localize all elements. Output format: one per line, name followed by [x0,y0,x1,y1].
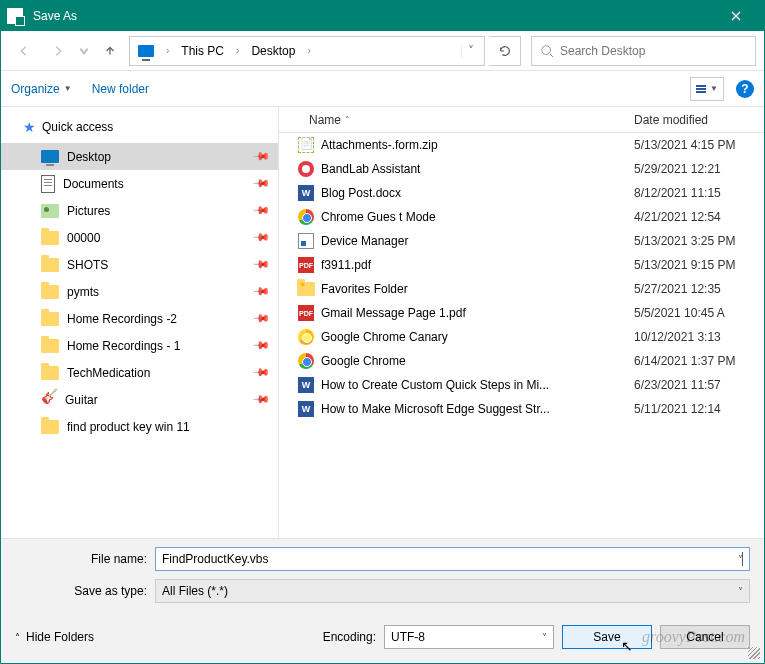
folder-icon [41,420,59,434]
organize-menu[interactable]: Organize ▼ [11,82,72,96]
chevron-right-icon: › [162,45,173,56]
filename-label: File name: [15,552,155,566]
fav-icon [297,280,315,298]
hide-folders-button[interactable]: ˄ Hide Folders [15,630,94,644]
file-row[interactable]: Google Chrome6/14/2021 1:37 PM [279,349,764,373]
tree-item[interactable]: find product key win 11 [1,413,278,440]
file-row[interactable]: Favorites Folder5/27/2021 12:35 [279,277,764,301]
file-row[interactable]: Device Manager5/13/2021 3:25 PM [279,229,764,253]
desktop-icon [41,150,59,163]
file-row[interactable]: Attachments-.form.zip5/13/2021 4:15 PM [279,133,764,157]
quick-access-header[interactable]: ★ Quick access [1,115,278,143]
canary-icon [297,328,315,346]
file-date: 5/5/2021 10:45 A [634,306,764,320]
column-name[interactable]: Name ˄ [279,113,634,127]
folder-icon [41,258,59,272]
new-folder-button[interactable]: New folder [92,82,149,96]
file-date: 6/23/2021 11:57 [634,378,764,392]
file-row[interactable]: Google Chrome Canary10/12/2021 3:13 [279,325,764,349]
toolbar: Organize ▼ New folder ▼ ? [1,71,764,107]
word-icon: W [297,184,315,202]
chevron-down-icon[interactable]: ˅ [542,632,547,643]
file-row[interactable]: PDFf3911.pdf5/13/2021 9:15 PM [279,253,764,277]
folder-icon [41,231,59,245]
chrome-icon [297,352,315,370]
organize-label: Organize [11,82,60,96]
file-name: Device Manager [321,234,628,248]
file-date: 6/14/2021 1:37 PM [634,354,764,368]
file-row[interactable]: BandLab Assistant5/29/2021 12:21 [279,157,764,181]
savetype-select[interactable]: All Files (*.*) ˅ [155,579,750,603]
chevron-right-icon: › [232,45,243,56]
tree-item[interactable]: Guitar📌 [1,386,278,413]
chrome-icon [297,208,315,226]
encoding-value: UTF-8 [391,630,425,644]
tree-item[interactable]: Home Recordings - 1📌 [1,332,278,359]
this-pc-icon [138,45,154,57]
tree-item[interactable]: TechMedication📌 [1,359,278,386]
file-row[interactable]: Chrome Gues t Mode4/21/2021 12:54 [279,205,764,229]
savetype-label: Save as type: [15,584,155,598]
navigation-tree[interactable]: ★ Quick access Desktop📌Documents📌Picture… [1,107,279,538]
column-date[interactable]: Date modified [634,113,764,127]
star-icon: ★ [23,119,36,135]
tree-item-label: Pictures [67,204,110,218]
pin-icon: 📌 [251,255,270,274]
encoding-select[interactable]: UTF-8 ˅ [384,625,554,649]
file-date: 5/13/2021 3:25 PM [634,234,764,248]
resize-grip[interactable] [748,647,760,659]
chevron-down-icon[interactable]: ˅ [738,586,743,597]
quick-access-label: Quick access [42,120,113,134]
savetype-value: All Files (*.*) [162,584,228,598]
tree-item[interactable]: SHOTS📌 [1,251,278,278]
file-date: 5/13/2021 9:15 PM [634,258,764,272]
file-row[interactable]: WBlog Post.docx8/12/2021 11:15 [279,181,764,205]
close-button[interactable] [714,1,758,31]
file-name: f3911.pdf [321,258,628,272]
file-list[interactable]: Attachments-.form.zip5/13/2021 4:15 PMBa… [279,133,764,538]
view-options-button[interactable]: ▼ [690,77,724,101]
filename-input[interactable]: ˅ [155,547,750,571]
file-row[interactable]: WHow to Create Custom Quick Steps in Mi.… [279,373,764,397]
tree-item[interactable]: Pictures📌 [1,197,278,224]
pin-icon: 📌 [251,282,270,301]
crumb-this-pc[interactable]: This PC [177,42,228,60]
tree-item-label: Home Recordings - 1 [67,339,180,353]
file-date: 10/12/2021 3:13 [634,330,764,344]
file-name: Favorites Folder [321,282,628,296]
pic-icon [41,204,59,218]
tree-item[interactable]: Documents📌 [1,170,278,197]
breadcrumb[interactable]: › This PC › Desktop › ˅ [129,36,485,66]
pin-icon: 📌 [251,309,270,328]
crumb-desktop[interactable]: Desktop [247,42,299,60]
column-headers[interactable]: Name ˄ Date modified [279,107,764,133]
back-button[interactable] [9,36,39,66]
save-button[interactable]: Save ↖ [562,625,652,649]
cancel-button[interactable]: Cancel [660,625,750,649]
tree-item[interactable]: pymts📌 [1,278,278,305]
tree-item[interactable]: 00000📌 [1,224,278,251]
tree-item[interactable]: Home Recordings -2📌 [1,305,278,332]
refresh-button[interactable] [489,36,521,66]
chevron-down-icon[interactable]: ˅ [738,554,743,565]
file-date: 5/29/2021 12:21 [634,162,764,176]
filename-text[interactable] [162,552,740,566]
folder-icon [41,339,59,353]
pdf-icon: PDF [297,256,315,274]
svg-point-0 [542,45,551,54]
file-row[interactable]: PDFGmail Message Page 1.pdf5/5/2021 10:4… [279,301,764,325]
chevron-down-icon[interactable]: ˅ [461,44,480,58]
file-row[interactable]: WHow to Make Microsoft Edge Suggest Str.… [279,397,764,421]
tree-item-label: SHOTS [67,258,108,272]
recent-dropdown[interactable] [77,36,91,66]
chevron-down-icon: ▼ [64,84,72,93]
help-button[interactable]: ? [736,80,754,98]
save-label: Save [593,630,620,644]
pin-icon: 📌 [251,174,270,193]
search-input[interactable]: Search Desktop [531,36,756,66]
tree-item[interactable]: Desktop📌 [1,143,278,170]
forward-button[interactable] [43,36,73,66]
file-date: 5/11/2021 12:14 [634,402,764,416]
up-button[interactable] [95,36,125,66]
app-icon [7,8,23,24]
